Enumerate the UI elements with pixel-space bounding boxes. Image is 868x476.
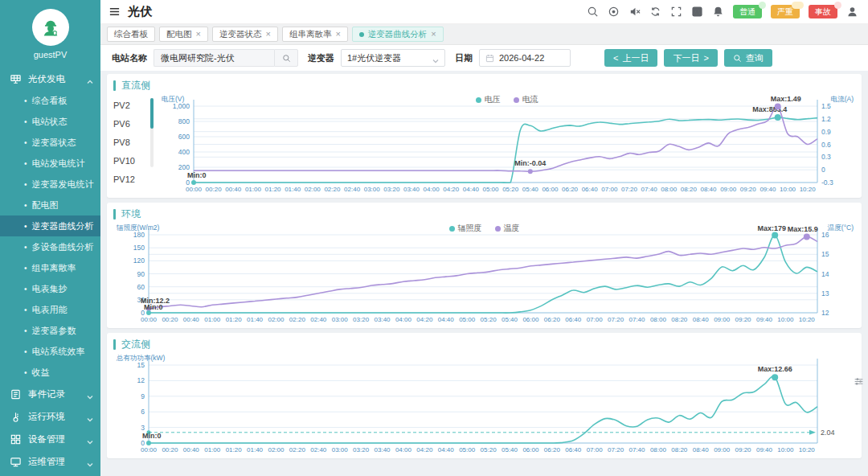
sidebar-item-电站发电统计[interactable]: •电站发电统计	[0, 153, 100, 174]
legend-item-电流[interactable]: 电流	[514, 94, 538, 105]
mute-icon[interactable]	[628, 6, 641, 18]
close-icon[interactable]: ×	[265, 30, 270, 39]
inverter-value: 1#光伏逆变器	[347, 52, 401, 64]
pv-list-item-PV12[interactable]: PV12	[113, 170, 150, 189]
legend-item-辐照度[interactable]: 辐照度	[449, 223, 482, 234]
env-chart[interactable]: 03060901201501801213141516辐照度(W/m2)温度(°C…	[113, 222, 854, 326]
inverter-select[interactable]: 1#光伏逆变器	[341, 49, 445, 67]
next-day-button[interactable]: 下一日 >	[664, 49, 717, 67]
svg-text:05:00: 05:00	[483, 186, 500, 193]
sidebar-section-运行环境[interactable]: 运行环境	[0, 405, 100, 428]
sidebar-item-label: 逆变器参数	[32, 326, 76, 335]
svg-text:08:20: 08:20	[671, 316, 688, 323]
fullscreen-icon[interactable]	[670, 6, 682, 18]
date-input[interactable]: 2026-04-22	[479, 49, 571, 67]
hamburger-icon[interactable]	[108, 6, 121, 18]
svg-text:09:40: 09:40	[756, 446, 773, 453]
svg-text:01:40: 01:40	[285, 186, 301, 193]
svg-text:08:20: 08:20	[671, 446, 688, 453]
close-icon[interactable]: ×	[431, 30, 436, 39]
svg-text:01:40: 01:40	[247, 316, 264, 323]
svg-text:Min:-0.04: Min:-0.04	[514, 159, 546, 167]
svg-text:1.5: 1.5	[821, 102, 831, 110]
translate-icon[interactable]: A	[691, 6, 703, 18]
sidebar-item-逆变器发电统计[interactable]: •逆变器发电统计	[0, 174, 100, 195]
tab-配电图[interactable]: 配电图×	[159, 27, 208, 42]
sidebar-section-设备管理[interactable]: 设备管理	[0, 428, 100, 450]
alarm-button-严重[interactable]: 严重	[771, 5, 800, 18]
pv-scrollbar[interactable]	[150, 98, 154, 167]
sidebar-section-光伏发电[interactable]: 光伏发电	[0, 68, 100, 90]
sidebar-item-逆变器曲线分析[interactable]: •逆变器曲线分析	[0, 215, 100, 236]
target-icon[interactable]	[608, 6, 620, 18]
alarm-button-普通[interactable]: 普通	[733, 5, 762, 18]
tab-组串离散率[interactable]: 组串离散率×	[282, 27, 348, 42]
svg-text:1.2: 1.2	[821, 115, 831, 123]
env-chart-wrap: 辐照度温度 03060901201501801213141516辐照度(W/m2…	[113, 222, 855, 326]
legend-item-电压[interactable]: 电压	[476, 94, 501, 105]
content: 直流侧 PV2PV6PV8PV10PV12 电压电流 0200400600800…	[100, 71, 868, 476]
legend-item-温度[interactable]: 温度	[495, 223, 520, 234]
event-log-icon	[10, 388, 22, 400]
dc-panel-header: 直流侧	[113, 77, 855, 93]
sidebar-section-运维管理[interactable]: 运维管理	[0, 450, 100, 473]
pv-scrollbar-thumb[interactable]	[150, 98, 154, 129]
query-button[interactable]: 查询	[724, 49, 772, 67]
ac-chart[interactable]: 03691215总有功功率(kW)00:0000:2000:4001:0001:…	[113, 352, 854, 457]
tab-综合看板[interactable]: 综合看板	[107, 27, 155, 42]
pv-list-item-PV8[interactable]: PV8	[113, 133, 150, 152]
sidebar-item-电表集抄[interactable]: •电表集抄	[0, 278, 100, 299]
sidebar-section-事件记录[interactable]: 事件记录	[0, 383, 100, 405]
user-icon[interactable]	[846, 6, 858, 18]
sidebar-item-收益[interactable]: •收益	[0, 362, 100, 383]
sidebar-item-label: 逆变器曲线分析	[32, 221, 94, 231]
svg-text:01:20: 01:20	[226, 316, 243, 323]
sidebar-item-label: 逆变器发电统计	[32, 179, 94, 189]
avatar[interactable]	[32, 9, 69, 46]
ac-panel: 交流侧 03691215总有功功率(kW)00:0000:2000:4001:0…	[107, 333, 862, 458]
bullet: •	[24, 180, 27, 189]
prev-day-button[interactable]: < 上一日	[604, 49, 657, 67]
tab-逆变器曲线分析[interactable]: 逆变器曲线分析×	[352, 27, 444, 42]
svg-text:04:40: 04:40	[438, 316, 455, 323]
tab-bar: 综合看板配电图×逆变器状态×组串离散率×逆变器曲线分析×	[100, 24, 868, 45]
pv-list-item-PV10[interactable]: PV10	[113, 152, 150, 170]
svg-text:02:40: 02:40	[344, 186, 361, 193]
close-icon[interactable]: ×	[196, 30, 201, 39]
sidebar-section-label: 运行环境	[28, 411, 65, 423]
sidebar-item-综合看板[interactable]: •综合看板	[0, 90, 100, 111]
search-icon[interactable]	[587, 6, 599, 18]
sidebar-item-组串离散率[interactable]: •组串离散率	[0, 257, 100, 278]
pv-list-item-PV6[interactable]: PV6	[113, 115, 150, 133]
svg-text:07:40: 07:40	[628, 316, 645, 323]
sidebar-item-逆变器状态[interactable]: •逆变器状态	[0, 132, 100, 153]
solar-panel-icon	[10, 73, 22, 85]
svg-text:06:20: 06:20	[544, 316, 561, 323]
sidebar-item-电站系统效率[interactable]: •电站系统效率	[0, 341, 100, 362]
svg-text:Min:0: Min:0	[144, 303, 163, 311]
tab-逆变器状态[interactable]: 逆变器状态×	[212, 27, 278, 42]
alarm-button-事故[interactable]: 事故	[809, 5, 837, 18]
svg-text:00:40: 00:40	[183, 316, 200, 323]
pv-list-item-PV2[interactable]: PV2	[113, 96, 150, 115]
station-search-icon[interactable]	[274, 49, 298, 67]
bell-icon[interactable]	[712, 6, 724, 18]
svg-text:400: 400	[178, 148, 190, 156]
sidebar-item-多设备曲线分析[interactable]: •多设备曲线分析	[0, 236, 100, 257]
sidebar-item-label: 电表集抄	[32, 284, 68, 293]
dc-chart[interactable]: 02004006008001,000-0.300.30.60.91.21.5电压…	[158, 93, 854, 196]
svg-text:08:20: 08:20	[681, 186, 698, 193]
chart-settings-icon[interactable]	[854, 376, 864, 387]
alarm-count-badge	[834, 2, 841, 9]
refresh-icon[interactable]	[649, 6, 661, 18]
station-input[interactable]: 微电网研究院-光伏	[154, 49, 274, 67]
topbar: 光伏 A普通严重事故	[100, 0, 868, 24]
sidebar-item-配电图[interactable]: •配电图	[0, 195, 100, 215]
svg-text:04:20: 04:20	[443, 186, 460, 193]
sidebar-item-逆变器参数[interactable]: •逆变器参数	[0, 320, 100, 341]
svg-text:07:20: 07:20	[608, 446, 624, 453]
close-icon[interactable]: ×	[335, 30, 340, 39]
svg-text:09:00: 09:00	[714, 446, 731, 453]
sidebar-item-电表用能[interactable]: •电表用能	[0, 299, 100, 320]
sidebar-item-电站状态[interactable]: •电站状态	[0, 111, 100, 132]
